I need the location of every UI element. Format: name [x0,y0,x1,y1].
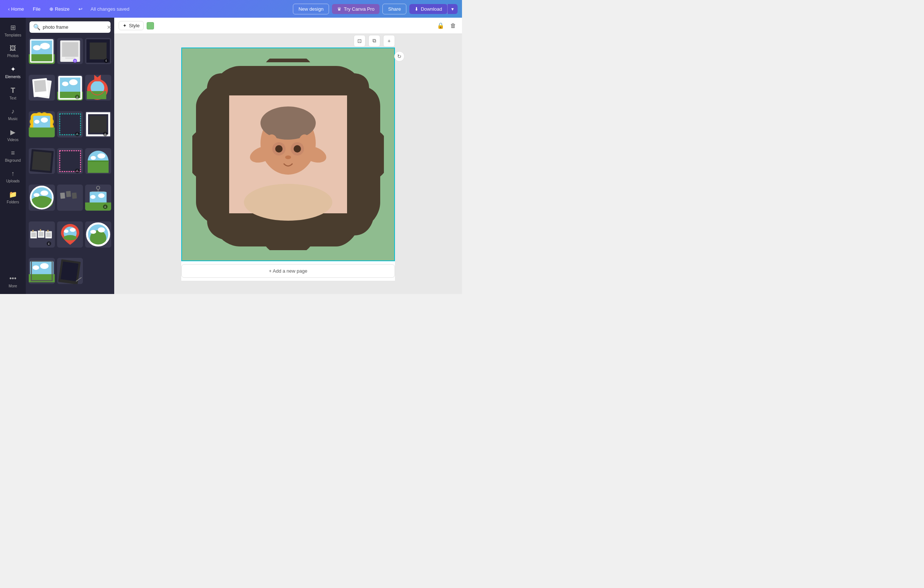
svg-point-103 [261,106,316,140]
sidebar-label-photos: Photos [7,54,18,58]
svg-rect-62 [66,191,71,197]
svg-rect-75 [32,230,34,232]
svg-point-58 [33,193,40,197]
sidebar-label-folders: Folders [7,200,19,204]
file-button[interactable]: File [29,5,44,13]
style-button[interactable]: ✦ Style [119,21,144,30]
svg-point-96 [40,263,49,269]
sidebar-item-text[interactable]: T Text [0,83,26,103]
svg-point-87 [69,228,76,232]
svg-rect-8 [65,58,75,59]
background-icon: ≡ [11,149,15,157]
file-label: File [33,6,41,12]
svg-rect-80 [46,233,51,237]
canvas-area: ✦ Style 🔒 🗑 ⊡ ⧉ + ↻ [114,18,462,294]
frame-item-dark-tilt[interactable] [57,258,83,284]
sidebar-label-templates: Templates [5,33,21,37]
sidebar-item-templates[interactable]: ⊞ Templates [0,21,26,40]
frame-item-green-landscape[interactable]: £ [57,75,83,101]
svg-rect-61 [60,193,65,199]
folders-icon: 📁 [9,190,17,198]
home-label: Home [11,6,24,12]
sidebar-item-background[interactable]: ≡ Bkground [0,146,26,165]
chevron-down-icon: ▾ [451,6,454,12]
svg-rect-35 [60,114,81,135]
style-label: Style [129,23,140,28]
svg-point-90 [90,230,96,234]
svg-point-59 [41,190,48,196]
copy-style-button[interactable]: ⊡ [354,35,365,47]
frame-item-half-circle[interactable] [85,148,111,174]
new-design-button[interactable]: New design [293,4,329,14]
frame-item-white-circle[interactable] [85,221,111,248]
frame-item-photo-clips[interactable]: £ [29,221,55,248]
resize-button[interactable]: ⊕ Resize [46,5,73,13]
color-swatch[interactable] [147,22,154,30]
frame-item-gold-ornate[interactable] [29,111,55,137]
svg-rect-17 [34,79,46,92]
sidebar-label-text: Text [10,96,16,100]
svg-point-113 [244,184,332,221]
sidebar-item-folders[interactable]: 📁 Folders [0,188,26,207]
svg-text:£: £ [76,170,78,172]
search-input[interactable] [43,24,105,30]
download-icon: ⬇ [414,6,419,12]
sidebar-item-uploads[interactable]: ↑ Uploads [0,167,26,186]
svg-point-52 [91,156,96,160]
download-label: Download [421,6,442,12]
add-page-button[interactable]: + Add a new page [181,264,395,278]
try-pro-button[interactable]: ♛ Try Canva Pro [332,4,380,14]
frame-item-double-polaroid[interactable] [29,75,55,101]
videos-icon: ▶ [10,128,15,136]
frame-item-oval-cloud[interactable] [29,185,55,211]
svg-rect-77 [39,232,43,236]
lock-button[interactable]: 🔒 [436,21,446,31]
frame-item-hanger-frame[interactable]: £ [85,185,111,211]
undo-button[interactable]: ↩ [75,5,86,13]
sidebar-item-elements[interactable]: ✦ Elements [0,62,26,82]
share-button[interactable]: Share [383,4,406,14]
style-icon: ✦ [123,23,127,28]
svg-text:£: £ [105,133,106,135]
sidebar-item-videos[interactable]: ▶ Videos [0,125,26,145]
uploads-icon: ↑ [12,170,15,178]
frame-item-film-strip[interactable] [57,185,83,211]
frame-item-dark-square[interactable] [29,148,55,174]
sidebar-item-photos[interactable]: 🖼 Photos [0,41,26,61]
svg-point-91 [98,227,105,233]
frame-item-landscape-cloud[interactable] [29,38,55,64]
frame-item-pink-dotted[interactable]: £ [57,148,83,174]
frame-item-black-square[interactable]: £ [85,38,111,64]
search-bar: 🔍 ✕ [30,21,111,33]
sidebar-item-more[interactable]: ••• More [0,272,26,291]
svg-point-111 [294,145,301,152]
search-clear-button[interactable]: ✕ [107,24,111,30]
duplicate-button[interactable]: ⧉ [368,35,380,47]
home-button[interactable]: ‹ Home [5,5,28,13]
frame-item-white-square[interactable]: £ [85,111,111,137]
add-element-button[interactable]: + [383,35,395,47]
sidebar-label-background: Bkground [5,159,21,162]
canvas-frame[interactable]: ↻ [181,48,395,261]
canvas-refresh-button[interactable]: ↻ [394,51,404,61]
frame-item-red-circle[interactable] [85,75,111,101]
topbar: ‹ Home File ⊕ Resize ↩ All changes saved… [0,0,462,18]
photos-icon: 🖼 [10,45,16,52]
frame-item-cloud-small[interactable] [29,258,55,284]
sidebar-item-music[interactable]: ♪ Music [0,105,26,124]
sidebar-label-uploads: Uploads [6,179,20,183]
frame-item-dotted-teal[interactable]: £ [57,111,83,137]
sidebar-label-music: Music [8,117,18,121]
svg-text:£: £ [106,59,107,62]
more-icon: ••• [10,275,16,282]
download-button[interactable]: ⬇ Download [409,4,447,14]
sidebar-label-elements: Elements [5,75,21,79]
frame-item-map-pin[interactable] [57,221,83,248]
try-pro-label: Try Canva Pro [344,6,374,12]
svg-rect-45 [32,151,52,171]
delete-button[interactable]: 🗑 [449,21,457,31]
svg-point-112 [285,155,291,159]
frame-item-polaroid[interactable]: ♛ [57,38,83,64]
download-dropdown-button[interactable]: ▾ [447,4,457,14]
svg-point-64 [97,187,100,190]
